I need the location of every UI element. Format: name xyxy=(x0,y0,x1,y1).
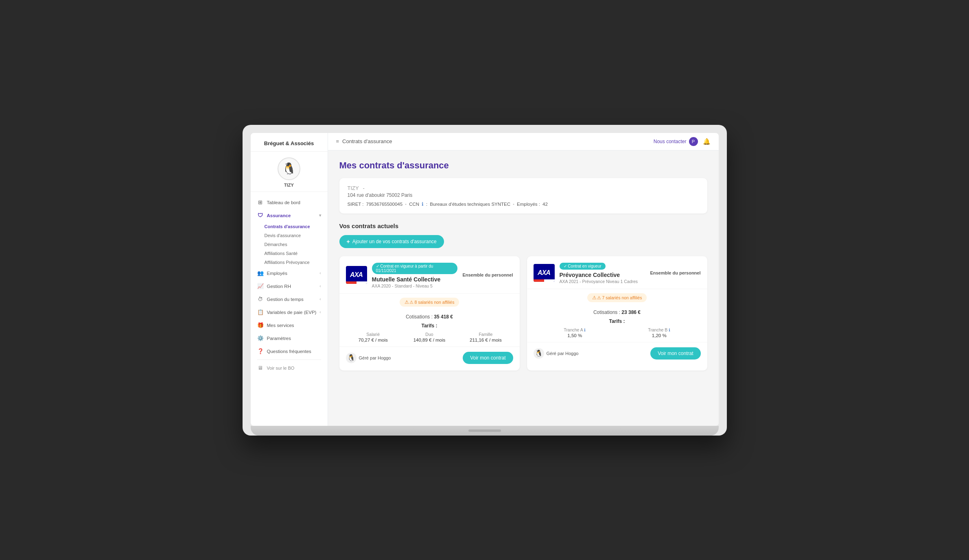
sidebar-item-mes-services[interactable]: 🎁 Mes services xyxy=(251,319,328,332)
company-card: TIZY - 104 rue d'aboukir 75002 Paris SIR… xyxy=(339,178,707,214)
sidebar-brand: Bréguet & Associés xyxy=(251,133,328,152)
brand-name: Bréguet & Associés xyxy=(264,140,314,146)
sidebar-item-devis-assurance[interactable]: Devis d'assurance xyxy=(265,231,328,240)
laptop-notch xyxy=(468,429,501,432)
faq-icon: ❓ xyxy=(257,348,264,355)
rh-icon: 📈 xyxy=(257,283,264,290)
company-name: TIZY - xyxy=(348,185,699,191)
sidebar-item-affiliations-sante[interactable]: Affiliations Santé xyxy=(265,249,328,258)
contract-body-2: ⚠ ⚠ 7 salariés non affiliés Cotisations … xyxy=(527,289,707,338)
avatar: 🐧 xyxy=(278,157,300,180)
contract-card-mutuelle: AXA ✓ Contrat en vigueur à partir du 01/… xyxy=(339,256,520,370)
assurance-submenu: Contrats d'assurance Devis d'assurance D… xyxy=(251,222,328,267)
sidebar-item-label: Questions fréquentes xyxy=(267,349,311,354)
submenu-item-label: Affiliations Santé xyxy=(265,251,298,256)
hamburger-icon[interactable]: ≡ xyxy=(336,138,339,144)
contract-scope-2: Ensemble du personnel xyxy=(650,270,700,275)
breadcrumb: Contrats d'assurance xyxy=(342,138,392,144)
hoggo-avatar-2: 🐧 xyxy=(534,348,544,359)
sidebar-item-tableau-de-bord[interactable]: ⊞ Tableau de bord xyxy=(251,196,328,209)
tarifs-title-2: Tarifs : xyxy=(534,318,701,324)
hoggo-avatar: 🐧 xyxy=(346,353,357,363)
sidebar-item-gestion-temps[interactable]: ⏱ Gestion du temps ‹ xyxy=(251,293,328,306)
warning-badge-2: ⚠ ⚠ 7 salariés non affiliés xyxy=(587,293,647,302)
warning-icon-2: ⚠ xyxy=(592,295,597,301)
sidebar-nav: ⊞ Tableau de bord 🛡 Assurance ▾ Contrats… xyxy=(251,192,328,426)
laptop-base xyxy=(251,426,719,436)
employees-icon: 👥 xyxy=(257,270,264,277)
paie-icon: 📋 xyxy=(257,309,264,316)
sidebar-item-parametres[interactable]: ⚙️ Paramètres xyxy=(251,332,328,345)
sidebar-item-label: Paramètres xyxy=(267,336,291,341)
sidebar-item-variables-paie[interactable]: 📋 Variables de paie (EVP) ‹ xyxy=(251,306,328,319)
add-contract-button[interactable]: Ajouter un de vos contrats d'assurance xyxy=(339,235,444,248)
sidebar-item-questions-frequentes[interactable]: ❓ Questions fréquentes xyxy=(251,345,328,358)
tarif-tranche-b: Tranche B ℹ 1,20 % xyxy=(618,327,701,338)
tarifs-grid: Salarié 70,27 € / mois Duo 140,89 € / mo… xyxy=(346,332,513,342)
contract-status-badge: ✓ Contrat en vigueur à partir du 01/11/2… xyxy=(372,263,458,274)
submenu-item-label: Contrats d'assurance xyxy=(265,224,310,229)
contract-title-group: ✓ Contrat en vigueur à partir du 01/11/2… xyxy=(372,262,458,288)
contract-status-badge-2: ✓ Contrat en vigueur xyxy=(560,263,606,270)
axa-logo: AXA xyxy=(346,266,367,284)
sidebar-item-label: Voir sur le BO xyxy=(267,366,295,370)
info-icon-tranche-b[interactable]: ℹ xyxy=(669,328,670,332)
voir-contrat-button-prevoyance[interactable]: Voir mon contrat xyxy=(650,347,700,360)
services-icon: 🎁 xyxy=(257,322,264,329)
settings-icon: ⚙️ xyxy=(257,335,264,342)
bo-icon: 🖥 xyxy=(257,365,264,371)
contract-sub-2: AXA 2021 - Prévoyance Niveau 1 Cadres xyxy=(560,279,645,284)
contract-sub: AXA 2020 - Standard - Niveau 5 xyxy=(372,283,458,288)
tarif-duo: Duo 140,89 € / mois xyxy=(402,332,457,342)
contract-body: ⚠ ⚠ 8 salariés non affiliés Cotisations … xyxy=(339,294,520,342)
sidebar-divider xyxy=(257,360,321,360)
contract-title-group-2: ✓ Contrat en vigueur Prévoyance Collecti… xyxy=(560,262,645,284)
chevron-right-icon: ‹ xyxy=(319,297,321,301)
contract-header: AXA ✓ Contrat en vigueur à partir du 01/… xyxy=(339,256,520,294)
warning-badge: ⚠ ⚠ 8 salariés non affiliés xyxy=(400,298,459,307)
app-shell: Bréguet & Associés 🐧 TIZY ⊞ Tableau de b… xyxy=(251,133,719,426)
sidebar-item-label: Mes services xyxy=(267,323,294,328)
main-content: ≡ Contrats d'assurance Nous contacter P … xyxy=(328,133,719,426)
sidebar-item-gestion-rh[interactable]: 📈 Gestion RH ‹ xyxy=(251,280,328,293)
sidebar-item-demarches[interactable]: Démarches xyxy=(265,240,328,249)
sidebar-item-label: Tableau de bord xyxy=(267,200,300,205)
sidebar-item-voir-bo[interactable]: 🖥 Voir sur le BO xyxy=(251,362,328,375)
submenu-item-label: Affiliations Prévoyance xyxy=(265,260,310,265)
page-title: Mes contrats d'assurance xyxy=(339,160,707,171)
sidebar-item-label: Variables de paie (EVP) xyxy=(267,310,317,315)
topbar-left: ≡ Contrats d'assurance xyxy=(336,138,392,144)
contract-name: Mutuelle Santé Collective xyxy=(372,276,458,283)
submenu-item-label: Démarches xyxy=(265,242,287,247)
contracts-grid: AXA ✓ Contrat en vigueur à partir du 01/… xyxy=(339,256,707,370)
nous-contacter-button[interactable]: Nous contacter P xyxy=(654,137,698,146)
contact-avatar: P xyxy=(689,137,698,146)
sidebar-item-contrats-assurance[interactable]: Contrats d'assurance xyxy=(265,222,328,231)
notification-bell-icon[interactable]: 🔔 xyxy=(703,138,711,145)
section-title: Vos contrats actuels xyxy=(339,222,707,229)
managed-by: 🐧 Géré par Hoggo xyxy=(346,353,391,363)
tarif-tranche-a: Tranche A ℹ 1,50 % xyxy=(534,327,617,338)
company-address: 104 rue d'aboukir 75002 Paris xyxy=(348,192,699,198)
contract-scope: Ensemble du personnel xyxy=(462,272,513,277)
sidebar-item-affiliations-prevoyance[interactable]: Affiliations Prévoyance xyxy=(265,258,328,267)
time-icon: ⏱ xyxy=(257,296,264,303)
topbar-right: Nous contacter P 🔔 xyxy=(654,137,711,146)
axa-logo-2: AXA xyxy=(534,264,555,282)
warning-icon: ⚠ xyxy=(405,299,409,305)
ccn-info-icon[interactable]: ℹ xyxy=(422,201,424,207)
sidebar-item-employes[interactable]: 👥 Employés ‹ xyxy=(251,267,328,280)
sidebar-item-assurance[interactable]: 🛡 Assurance ▾ xyxy=(251,209,328,222)
contract-card-prevoyance: AXA ✓ Contrat en vigueur Prévoyance Coll… xyxy=(527,256,707,370)
add-contract-label: Ajouter un de vos contrats d'assurance xyxy=(352,239,437,244)
chevron-down-icon: ▾ xyxy=(319,213,321,218)
voir-contrat-button-mutuelle[interactable]: Voir mon contrat xyxy=(463,352,513,364)
laptop-screen: Bréguet & Associés 🐧 TIZY ⊞ Tableau de b… xyxy=(251,133,719,426)
shield-icon: 🛡 xyxy=(257,212,264,219)
sidebar: Bréguet & Associés 🐧 TIZY ⊞ Tableau de b… xyxy=(251,133,328,426)
sidebar-item-label: Assurance xyxy=(267,213,291,218)
page-body: Mes contrats d'assurance TIZY - 104 rue … xyxy=(328,150,719,426)
info-icon-tranche-a[interactable]: ℹ xyxy=(584,328,586,332)
contract-footer: 🐧 Géré par Hoggo Voir mon contrat xyxy=(339,346,520,364)
sidebar-item-label: Gestion RH xyxy=(267,284,291,289)
